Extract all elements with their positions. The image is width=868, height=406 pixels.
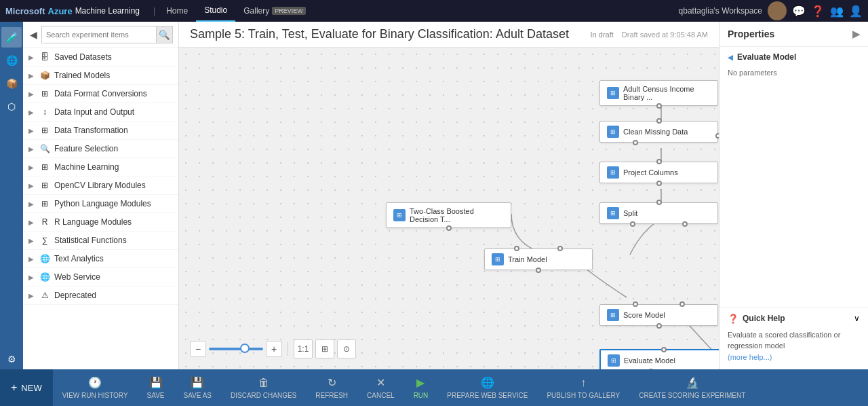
prepare-web-service-button[interactable]: 🌐 PREPARE WEB SERVICE [437,369,537,406]
sidebar-item-arrow-1: ▶ [28,72,35,79]
node-train-model-port-bottom[interactable] [536,267,541,273]
quick-help-header[interactable]: ❓ Quick Help ∨ [719,308,868,329]
sidebar-item-label-5: Feature Selection [54,144,118,153]
iconbar-datasets[interactable]: 📦 [1,73,22,94]
sidebar-item-r-language-modules[interactable]: ▶ R R Language Modules [23,213,178,232]
sidebar-item-saved-datasets[interactable]: ▶ 🗄 Saved Datasets [23,48,178,67]
node-clean-missing-port-top[interactable] [656,118,662,124]
props-section-title[interactable]: ◀ Evaluate Model [728,52,860,62]
top-navigation: Microsoft Azure Machine Learning | Home … [0,0,868,22]
fit-canvas-button[interactable]: ⊞ [315,339,334,358]
cancel-label: CANCEL [367,392,395,399]
sidebar-item-text-analytics[interactable]: ▶ 🌐 Text Analytics [23,250,178,268]
node-split-port-bottom-right[interactable] [682,221,688,227]
node-evaluate-model[interactable]: ⊞ Evaluate Model [599,349,719,369]
node-split[interactable]: ⊞ Split [599,202,718,224]
sidebar-item-label-3: Data Input and Output [54,107,134,117]
canvas-meta: In draft Draft saved at 9:05:48 AM [591,31,708,39]
sidebar-item-feature-selection[interactable]: ▶ 🔍 Feature Selection [23,140,178,158]
node-train-model-port-top-right[interactable] [557,246,563,251]
node-evaluate-model-port-bottom[interactable] [648,369,654,369]
sidebar-item-data-transformation[interactable]: ▶ ⊞ Data Transformation [23,122,178,140]
quick-help-collapse[interactable]: ∨ [854,314,860,323]
more-help-link[interactable]: (more help...) [728,353,772,361]
sidebar-item-deprecated[interactable]: ▶ ⚠ Deprecated [23,287,178,305]
iconbar-modules[interactable]: ⬡ [1,96,22,117]
node-evaluate-model-label: Evaluate Model [624,356,675,365]
discard-changes-button[interactable]: 🗑 DISCARD CHANGES [221,369,306,406]
zoom-slider[interactable] [209,348,263,350]
node-project-cols[interactable]: ⊞ Project Columns [599,162,718,183]
node-score-model-port-bottom[interactable] [656,323,662,329]
quick-help-title: ❓ Quick Help [728,314,785,324]
center-canvas-button[interactable]: ⊙ [337,339,356,358]
sidebar-item-icon-10: ∑ [39,235,50,246]
refresh-button[interactable]: ↻ REFRESH [306,369,357,406]
search-button[interactable]: 🔍 [156,26,172,43]
sidebar-toggle[interactable]: ◀ [28,28,39,41]
search-input[interactable] [42,29,156,40]
sidebar-item-web-service[interactable]: ▶ 🌐 Web Service [23,268,178,287]
node-clean-missing-port-bottom[interactable] [633,140,638,145]
nav-gallery[interactable]: Gallery PREVIEW [235,0,314,22]
icon-bar: 🧪 🌐 📦 ⬡ ⚙ [0,22,23,369]
iconbar-settings[interactable]: ⚙ [1,349,22,369]
nav-studio[interactable]: Studio [196,0,235,22]
new-button[interactable]: + NEW [0,369,53,406]
nav-home[interactable]: Home [158,0,196,22]
node-project-cols-port-top[interactable] [656,159,662,164]
node-clean-missing-port-right[interactable] [715,133,719,139]
node-score-model[interactable]: ⊞ Score Model [599,304,718,326]
node-two-class[interactable]: ⊞ Two-Class Boosted Decision T... [386,202,511,228]
cancel-button[interactable]: ✕ CANCEL [357,369,404,406]
node-adult-census-label: Adult Census Income Binary ... [623,85,711,101]
canvas[interactable]: ⊞ Adult Census Income Binary ... ⊞ Clean… [179,48,719,369]
node-split-port-top[interactable] [656,200,662,205]
workspace-label[interactable]: qbattaglia's Workspace [679,6,762,16]
zoom-out-button[interactable]: − [190,341,206,357]
node-split-port-bottom-left[interactable] [630,221,635,227]
sidebar-item-data-format-conversions[interactable]: ▶ ⊞ Data Format Conversions [23,85,178,103]
account-icon[interactable]: 👤 [849,5,863,18]
sidebar-item-icon-4: ⊞ [39,125,50,136]
node-score-model-port-top-left[interactable] [633,301,638,307]
node-project-cols-port-bottom[interactable] [656,181,662,186]
chat-icon[interactable]: 💬 [792,5,806,18]
sidebar-item-label-9: R Language Modules [54,217,132,227]
publish-gallery-button[interactable]: ↑ PUBLISH TO GALLERY [537,369,629,406]
sidebar-item-python-language-modules[interactable]: ▶ ⊞ Python Language Modules [23,195,178,213]
sidebar-item-machine-learning[interactable]: ▶ ⊞ Machine Learning [23,158,178,177]
node-clean-missing[interactable]: ⊞ Clean Missing Data [599,121,718,143]
node-two-class-port-bottom[interactable] [446,225,452,231]
sidebar-item-opencv-library-modules[interactable]: ▶ ⊞ OpenCV Library Modules [23,177,178,195]
iconbar-web[interactable]: 🌐 [1,50,22,71]
create-scoring-button[interactable]: 🔬 CREATE SCORING EXPERIMENT [629,369,755,406]
node-score-model-port-top-right[interactable] [679,301,685,307]
share-icon[interactable]: 👥 [830,5,844,18]
sidebar-item-label-2: Data Format Conversions [54,89,147,98]
run-button[interactable]: ▶ RUN [404,369,438,406]
run-label: RUN [414,392,429,399]
node-two-class-icon: ⊞ [393,209,406,221]
refresh-label: REFRESH [315,392,348,399]
zoom-reset-button[interactable]: 1:1 [294,339,313,358]
sidebar-item-statistical-functions[interactable]: ▶ ∑ Statistical Functions [23,232,178,250]
node-adult-census[interactable]: ⊞ Adult Census Income Binary ... [599,80,718,106]
save-as-button[interactable]: 💾 SAVE AS [174,369,222,406]
sidebar-item-arrow-4: ▶ [28,127,35,134]
refresh-icon: ↻ [328,376,336,389]
props-toggle[interactable]: ▶ [852,29,860,39]
zoom-in-button[interactable]: + [266,341,282,357]
node-train-model[interactable]: ⊞ Train Model [484,248,593,270]
help-icon[interactable]: ❓ [811,5,825,18]
prepare-web-icon: 🌐 [481,376,494,389]
save-button[interactable]: 💾 SAVE [138,369,174,406]
sidebar-item-trained-models[interactable]: ▶ 📦 Trained Models [23,67,178,85]
node-train-model-port-top-left[interactable] [514,246,519,251]
node-evaluate-model-port-top[interactable] [661,347,667,352]
sidebar-item-data-input-and-output[interactable]: ▶ ↕ Data Input and Output [23,103,178,122]
zoom-thumb[interactable] [240,344,250,353]
view-run-history-button[interactable]: 🕐 VIEW RUN HISTORY [53,369,138,406]
node-adult-census-port-bottom[interactable] [656,103,662,109]
iconbar-experiment[interactable]: 🧪 [1,27,22,48]
